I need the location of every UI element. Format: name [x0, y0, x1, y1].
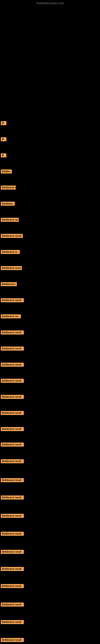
bottleneck-item-17: Bottleneck result [1, 379, 24, 383]
bottleneck-item-25: Bottleneck result [1, 514, 24, 518]
bottleneck-item-8: Bottleneck result [1, 234, 23, 238]
bottleneck-item-14: Bottleneck result [1, 330, 24, 334]
bottleneck-item-2: B [1, 137, 6, 141]
bottleneck-item-21: Bottleneck result [1, 442, 24, 446]
bottleneck-item-11: Bottleneck r [1, 282, 17, 286]
bottleneck-item-16: Bottleneck result [1, 363, 24, 367]
items-container: BBBBottlenBottleneck rBottlenecBottlenec… [0, 6, 100, 644]
bottleneck-item-32: Bottleneck result [1, 638, 24, 642]
bottleneck-item-3: B [1, 153, 6, 158]
bottleneck-item-30: Bottleneck result [1, 602, 24, 606]
bottleneck-item-19: Bottleneck result [1, 411, 24, 415]
bottleneck-item-24: Bottleneck result [1, 496, 24, 500]
site-title: TheBottlenecker.com [0, 0, 100, 6]
bottleneck-item-26: Bottleneck result [1, 532, 24, 536]
bottleneck-item-18: Bottleneck result [1, 395, 24, 399]
bottleneck-item-15: Bottleneck result [1, 346, 24, 350]
bottleneck-item-31: Bottleneck result [1, 620, 24, 624]
bottleneck-item-5: Bottleneck r [1, 186, 16, 190]
bottleneck-item-29: Bottleneck result [1, 584, 24, 588]
bottleneck-item-13: Bottleneck res [1, 314, 21, 318]
bottleneck-item-9: Bottleneck re [1, 250, 20, 254]
bottleneck-item-23: Bottleneck result [1, 478, 24, 482]
bottleneck-item-22: Bottleneck result [1, 459, 24, 463]
bottleneck-item-27: Bottleneck result [1, 550, 24, 554]
bottleneck-item-28: Bottleneck result [1, 567, 24, 571]
bottleneck-item-7: Bottleneck res [1, 218, 19, 222]
bottleneck-item-20: Bottleneck result [1, 427, 24, 431]
bottleneck-item-10: Bottleneck resul [1, 266, 22, 270]
bottleneck-item-4: Bottlen [1, 170, 12, 174]
bottleneck-item-12: Bottleneck result [1, 298, 24, 302]
bottleneck-item-6: Bottlenec [1, 202, 15, 206]
bottleneck-item-1: B [1, 121, 6, 125]
